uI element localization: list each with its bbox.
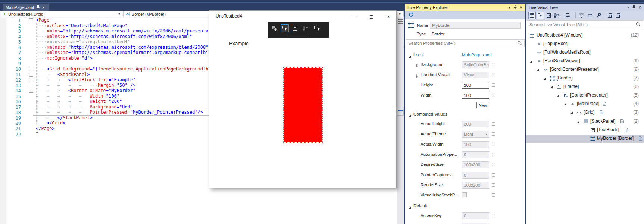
expander-icon[interactable] [543,76,547,81]
code-line[interactable]: →→→→→Height="200" [36,99,122,104]
window-position-icon[interactable]: ▼ [508,6,511,9]
tree-row-frame[interactable]: [Frame](6) [526,83,644,91]
lpe-section-local[interactable]: Local [413,53,424,57]
code-line[interactable]: ····<Grid Background="{ThemeResource·App… [36,66,238,72]
code-line[interactable]: →→→<Border x:Name="MyBorder" [36,88,135,93]
expander-icon[interactable] [569,111,573,115]
code-line[interactable]: →→→→→Background="Red" [36,104,133,110]
tree-row-textblock[interactable]: [TextBlock] [526,126,644,134]
lpe-reset-square[interactable] [492,94,495,97]
pin-icon[interactable] [632,5,636,10]
code-line[interactable]: →→<StackPanel> [36,72,90,77]
expander-icon[interactable] [408,53,412,57]
document-icon[interactable] [620,119,626,125]
lpe-reset-square[interactable] [492,63,495,66]
lpe-search-input[interactable]: Search Properties (Alt+`) [406,39,525,47]
code-line[interactable]: →→→→→···Margin="50" /> [36,83,135,88]
tab-mainpage-xaml[interactable]: MainPage.xaml × [3,4,49,11]
tree-row-fullwindowmediaroot[interactable]: <>[FullWindowMediaRoot] [526,48,644,57]
code-line[interactable]: ····xmlns:x="http://schemas.microsoft.co… [36,34,192,39]
show-just-my-xaml-icon[interactable] [578,12,585,19]
options-wrench-icon[interactable] [595,12,602,19]
lvt-title-bar[interactable]: Live Visual Tree ▼ × [526,4,644,11]
lpe-reset-square[interactable] [492,122,495,126]
lpe-section-default[interactable]: Default [413,204,427,208]
track-focused-element-icon[interactable] [552,12,562,19]
close-icon[interactable]: × [520,5,522,10]
expander-icon[interactable] [415,73,419,77]
expand-all-icon[interactable] [606,12,614,19]
lpe-reset-square[interactable] [492,214,495,217]
expander-icon[interactable] [408,204,412,208]
expander-icon[interactable] [415,63,419,67]
lpe-reset-square[interactable] [492,143,495,146]
tree-row-mainpage[interactable]: <>[MainPage](4) [526,100,644,108]
display-layout-adorners-icon[interactable] [291,24,299,32]
document-icon[interactable] [602,101,608,107]
lpe-section-computed-values[interactable]: Computed Values [413,112,447,116]
close-icon[interactable]: × [638,5,641,10]
maximize-button[interactable] [366,13,377,20]
lpe-new-button[interactable]: New [476,102,489,108]
expander-icon[interactable] [408,113,412,117]
project-dropdown[interactable]: UnoTestbed4.Droid ▼ [1,11,122,17]
editor-glyph-margin[interactable] [0,18,6,224]
sync-selection-icon[interactable] [586,12,593,19]
code-line[interactable]: <Page [36,18,49,23]
document-icon[interactable] [638,136,644,142]
lpe-reset-square[interactable] [492,83,495,87]
lpe-property-value[interactable]: 100 [462,92,489,99]
code-line[interactable]: →→→→→Width="100" [36,94,119,99]
go-to-live-visual-tree-icon[interactable] [270,24,278,32]
code-line[interactable]: →→→→→PointerPressed="MyBorder_PointerPre… [36,110,203,115]
window-position-icon[interactable]: ▼ [627,6,629,9]
code-line[interactable]: ····x:Class="UnoTestbed4.MainPage" [36,23,128,28]
select-window-icon[interactable] [528,12,536,19]
tree-row-unotestbed4-window[interactable]: UnoTestbed4 [Window](12) [526,31,644,40]
code-line[interactable]: ····xmlns="http://schemas.microsoft.com/… [36,28,222,34]
close-icon[interactable]: × [42,5,44,10]
lpe-reset-square[interactable] [492,73,495,76]
collapse-all-icon[interactable] [615,12,622,19]
lpe-property-value[interactable]: 200 [462,82,489,89]
pin-icon[interactable] [513,5,517,10]
tree-row-grid[interactable]: [Grid](3) [526,108,644,117]
code-line[interactable]: ····xmlns:local="using:UnoTestbed4" [36,39,130,44]
fold-collapse-box[interactable] [29,18,33,22]
editor-vertical-scrollbar[interactable] [397,18,404,224]
code-line[interactable]: ····xmlns:d="http://schemas.microsoft.co… [36,45,208,50]
lpe-reset-square[interactable] [492,153,495,156]
code-line[interactable]: →→→<TextBlock Text="Example" [36,77,135,82]
lpe-reset-square[interactable] [492,183,495,187]
expander-icon[interactable] [529,59,533,63]
lvt-search-input[interactable]: Search Live Visual Tree (Alt+`) [527,20,643,28]
code-line[interactable]: ····mc:Ignorable="d"> [36,56,93,61]
fold-collapse-box[interactable] [29,67,33,71]
lpe-name-field[interactable]: MyBorder [430,22,521,29]
lpe-reset-square[interactable] [492,163,495,166]
document-icon[interactable] [600,110,606,116]
tree-row-popuproot[interactable]: <>[PopupRoot] [526,40,644,48]
pin-icon[interactable] [36,5,40,10]
lpe-reset-square[interactable] [492,132,495,136]
code-line[interactable]: →→</StackPanel> [36,115,93,120]
tree-row-myborder-border[interactable]: MyBorder [Border] [526,135,644,143]
fold-collapse-box[interactable] [29,73,33,77]
enable-selection-icon[interactable] [281,24,289,32]
lpe-reset-square[interactable] [492,193,495,197]
tree-row-contentpresenter[interactable]: [ContentPresenter](5) [526,91,644,100]
refresh-icon[interactable] [408,12,414,19]
close-button[interactable]: × [383,13,394,20]
expander-icon[interactable] [556,94,560,98]
code-line[interactable]: </Page> [36,126,55,131]
fold-collapse-box[interactable] [29,89,33,93]
expander-icon[interactable] [563,102,567,106]
tree-row-scrollcontentpresenter[interactable]: <>[ScrollContentPresenter](8) [526,66,644,74]
lpe-property-checkbox[interactable] [462,192,467,197]
preview-selection-icon[interactable] [564,12,572,19]
preview-selection-icon[interactable] [313,24,321,32]
enable-selection-icon[interactable] [537,12,544,19]
expander-icon[interactable] [536,68,540,72]
lpe-title-bar[interactable]: Live Property Explorer ▼ × [405,4,525,11]
lpe-reset-square[interactable] [492,173,495,177]
